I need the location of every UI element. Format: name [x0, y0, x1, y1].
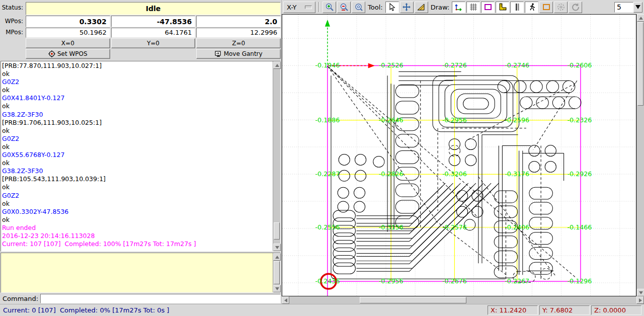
spinner-group: 5 [614, 2, 642, 13]
ruler-triangle-icon [417, 3, 426, 12]
gcode-editor-body[interactable] [1, 253, 273, 292]
pad [563, 81, 575, 93]
draw-margin-toggle[interactable] [481, 2, 495, 13]
log-line: [PRB:105.543,111.903,10.039:1] [2, 175, 272, 183]
pad [546, 81, 558, 93]
spinner-dropdown-button[interactable] [633, 2, 642, 13]
editor-scroll-thumb[interactable] [274, 261, 280, 284]
canvas-vscroll-thumb[interactable] [637, 22, 643, 106]
zero-x-button[interactable]: X=0 [26, 38, 110, 48]
camera-circle-icon [556, 3, 566, 12]
terminal-log[interactable]: [PRB:77.870,111.903,10.027:1]okG0Z2okG0X… [1, 61, 281, 252]
canvas-vscrollbar[interactable] [636, 14, 644, 296]
move-gantry-label: Move Gantry [224, 50, 263, 57]
log-line: ok [2, 102, 272, 110]
command-input[interactable] [40, 294, 281, 303]
refresh-button[interactable] [569, 2, 582, 13]
probe-label: -0.2956 [442, 116, 467, 124]
draw-paths-toggle[interactable] [510, 2, 524, 13]
set-wpos-button[interactable]: Set WPOS [26, 49, 110, 59]
zoom-out-button[interactable] [337, 2, 351, 13]
draw-grid-toggle[interactable] [466, 2, 480, 13]
canvas-toolbar: X-Y [282, 0, 644, 14]
editor-scroll-track[interactable] [273, 261, 280, 285]
log-line: 2016-12-23 20:14:16.113028 [2, 232, 272, 240]
probe-label: -0.2646 [379, 116, 404, 124]
log-line: ok [2, 70, 272, 78]
probe-label: -0.2726 [442, 62, 467, 69]
log-line: G0X55.6768Y-0.127 [2, 151, 272, 159]
log-line: G0Z2 [2, 78, 272, 86]
log-line: [PRB:77.870,111.903,10.027:1] [2, 62, 272, 70]
canvas-hscroll-thumb[interactable] [360, 297, 466, 303]
action-buttons-row: Set WPOS Move Gantry [1, 49, 281, 59]
pad [456, 190, 467, 201]
probe-label: -0.1296 [568, 277, 592, 285]
toolpath [356, 183, 484, 253]
measure-tool-button[interactable] [415, 2, 428, 13]
canvas-vscroll-track[interactable] [637, 22, 644, 289]
pad [494, 206, 517, 218]
zoom-fit-button[interactable] [352, 2, 365, 13]
log-scrollbar[interactable] [273, 61, 280, 251]
draw-workarea-toggle[interactable] [539, 2, 553, 13]
probe-label: -0.2956 [379, 277, 404, 285]
pad [465, 155, 476, 166]
gcode-editor[interactable] [1, 253, 281, 293]
pan-tool-button[interactable] [400, 2, 414, 13]
view-selector[interactable]: X-Y [283, 2, 315, 13]
running-man-icon [527, 3, 536, 12]
canvas-hscroll-track[interactable] [289, 296, 636, 304]
canvas-hscrollbar[interactable] [282, 296, 644, 304]
move-gantry-button[interactable]: Move Gantry [196, 49, 281, 59]
log-line: G0X0.3302Y-47.8536 [2, 208, 272, 216]
pointer-tool-button[interactable] [385, 2, 399, 13]
log-scroll-thumb[interactable] [274, 222, 280, 240]
pad [338, 201, 349, 212]
log-scroll-down-button[interactable] [273, 244, 281, 251]
pad [395, 134, 419, 147]
plot-canvas[interactable]: -0.1946-0.2526-0.2726-0.2746-0.2606-0.18… [282, 14, 636, 296]
zoom-in-button[interactable] [323, 2, 336, 13]
mpos-y: 64.1761 [111, 28, 196, 38]
crosshair-target-icon [48, 50, 55, 57]
draw-section-label: Draw: [429, 4, 451, 11]
draw-probe-toggle[interactable] [496, 2, 509, 13]
wpos-row: WPos: 0.3302 -47.8536 2.0 [1, 16, 281, 27]
gantry-icon [215, 50, 222, 57]
spinner-value-field[interactable]: 5 [614, 2, 633, 13]
toolbar-separator [318, 2, 319, 12]
canvas-scroll-down-button[interactable] [637, 289, 644, 296]
zero-z-button[interactable]: Z=0 [196, 38, 281, 48]
log-scroll-track[interactable] [273, 69, 280, 244]
log-line: ok [2, 159, 272, 167]
probe-label: -0.3156 [379, 223, 404, 231]
canvas-scroll-left-button[interactable] [282, 296, 289, 304]
editor-scroll-up-button[interactable] [273, 253, 281, 261]
draw-rapid-toggle[interactable] [525, 2, 538, 13]
canvas-scroll-right-button[interactable] [636, 296, 644, 304]
canvas-scroll-up-button[interactable] [637, 14, 644, 22]
pad [333, 263, 355, 274]
editor-scroll-down-button[interactable] [273, 285, 281, 292]
log-line: G38.2Z-3F30 [2, 167, 272, 175]
terminal-log-lines: [PRB:77.870,111.903,10.027:1]okG0Z2okG0X… [1, 61, 273, 251]
command-label: Command: [1, 295, 40, 302]
pointer-icon [387, 3, 396, 12]
camera-toggle[interactable] [554, 2, 568, 13]
mpos-label: MPos: [1, 28, 25, 38]
plot-canvas-svg[interactable]: -0.1946-0.2526-0.2726-0.2746-0.2606-0.18… [282, 15, 636, 296]
pad [333, 233, 355, 244]
log-scroll-up-button[interactable] [273, 61, 281, 69]
canvas-row: -0.1946-0.2526-0.2726-0.2746-0.2606-0.18… [282, 14, 644, 296]
wpos-x: 0.3302 [26, 16, 110, 27]
editor-scrollbar[interactable] [273, 253, 280, 292]
probe-label: -0.2406 [505, 223, 529, 231]
log-line: Current: 107 [107] Completed: 100% [17m2… [2, 240, 272, 248]
draw-axes-toggle[interactable] [452, 2, 465, 13]
coord-y-display: Y: 7.6802 [539, 305, 590, 315]
mpos-z: 12.2996 [196, 28, 281, 38]
pad [354, 187, 365, 198]
zero-y-button[interactable]: Y=0 [111, 38, 196, 48]
log-line: Run ended [2, 224, 272, 232]
